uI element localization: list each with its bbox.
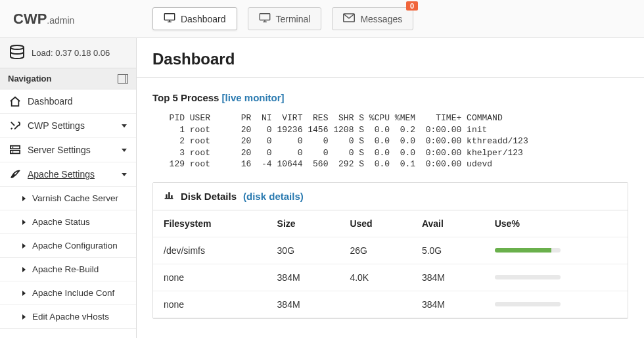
cell-size: 384M	[267, 291, 340, 318]
cell-avail: 384M	[411, 291, 484, 318]
messages-badge: 0	[406, 1, 418, 11]
svg-rect-13	[166, 194, 167, 198]
tri-icon	[22, 291, 26, 296]
svg-point-10	[12, 147, 14, 148]
navigation-header: Navigation	[0, 68, 136, 89]
table-row: /dev/simfs30G26G5.0G	[153, 237, 628, 264]
tri-icon	[22, 243, 26, 249]
server-icon	[9, 145, 21, 155]
disk-panel: Disk Details (disk details) Filesystem S…	[152, 182, 628, 319]
sidebar: Load: 0.37 0.18 0.06 Navigation Dashboar…	[0, 38, 137, 338]
col-used: Used	[339, 210, 411, 237]
live-monitor-link[interactable]: [live monitor]	[222, 92, 285, 103]
collapse-icon[interactable]	[118, 74, 128, 84]
envelope-icon	[343, 13, 355, 24]
cell-size: 30G	[267, 237, 340, 264]
cell-use	[484, 264, 628, 291]
tab-dashboard-label: Dashboard	[181, 14, 226, 24]
tab-messages[interactable]: Messages 0	[332, 7, 413, 30]
logo-sub: .admin	[47, 15, 74, 26]
home-icon	[9, 96, 21, 107]
monitor-icon	[164, 13, 175, 24]
tab-terminal-label: Terminal	[276, 14, 311, 24]
svg-rect-14	[168, 192, 170, 199]
tri-icon	[22, 196, 26, 201]
subnav-apache-rebuild[interactable]: Apache Re-Build	[0, 258, 136, 281]
subnav-varnish[interactable]: Varnish Cache Server	[0, 187, 136, 210]
cell-size: 384M	[267, 264, 340, 291]
load-box: Load: 0.37 0.18 0.06	[0, 38, 136, 68]
svg-rect-0	[164, 14, 174, 20]
cell-use	[484, 291, 628, 318]
subnav-apache-include[interactable]: Apache Include Conf	[0, 281, 136, 304]
monitor-icon	[259, 13, 271, 24]
disk-details-link[interactable]: (disk details)	[243, 191, 304, 202]
nav-server-settings[interactable]: Server Settings	[0, 138, 136, 162]
cell-fs: none	[153, 264, 267, 291]
process-list: PID USER PR NI VIRT RES SHR S %CPU %MEM …	[152, 109, 628, 182]
nav-list: Dashboard CWP Settings Server Settings	[0, 89, 136, 329]
cell-use	[484, 237, 628, 264]
cell-used	[339, 291, 411, 318]
nav-apache-settings[interactable]: Apache Settings	[0, 162, 136, 186]
header-bar: CWP.admin Dashboard Terminal Messages 0	[0, 0, 644, 38]
subnav-apache-vhosts[interactable]: Edit Apache vHosts	[0, 305, 136, 328]
chart-icon	[164, 191, 174, 202]
tri-icon	[22, 314, 26, 320]
caret-down-icon	[122, 149, 127, 152]
svg-rect-9	[11, 151, 20, 153]
tools-icon	[9, 120, 21, 131]
cell-avail: 5.0G	[411, 237, 484, 264]
cell-used: 4.0K	[339, 264, 411, 291]
nav-dashboard[interactable]: Dashboard	[0, 89, 136, 113]
cell-avail: 384M	[411, 264, 484, 291]
logo-main: CWP	[13, 11, 47, 27]
tri-icon	[22, 220, 26, 225]
header-tabs: Dashboard Terminal Messages 0	[137, 7, 413, 30]
caret-down-icon	[122, 124, 127, 128]
col-size: Size	[267, 210, 340, 237]
logo: CWP.admin	[0, 11, 137, 28]
svg-point-7	[11, 45, 24, 49]
feather-icon	[9, 169, 21, 180]
tab-terminal[interactable]: Terminal	[248, 7, 322, 30]
database-icon	[9, 45, 25, 61]
main-content: Dashboard Top 5 Process [live monitor] P…	[137, 38, 644, 338]
tab-messages-label: Messages	[360, 14, 402, 24]
caret-down-icon	[122, 173, 127, 176]
cell-fs: /dev/simfs	[153, 237, 267, 264]
load-text: Load: 0.37 0.18 0.06	[32, 48, 110, 58]
svg-rect-15	[171, 195, 172, 199]
svg-rect-8	[11, 146, 20, 149]
nav-cwp-settings[interactable]: CWP Settings	[0, 114, 136, 137]
col-avail: Avail	[411, 210, 484, 237]
navigation-label: Navigation	[8, 74, 51, 84]
subnav-apache-config[interactable]: Apache Configuration	[0, 234, 136, 257]
tab-dashboard[interactable]: Dashboard	[152, 7, 237, 30]
disk-table: Filesystem Size Used Avail Use% /dev/sim…	[153, 210, 628, 318]
top5-title: Top 5 Process [live monitor]	[152, 92, 628, 103]
cell-fs: none	[153, 291, 267, 318]
col-filesystem: Filesystem	[153, 210, 267, 237]
page-title: Dashboard	[152, 50, 628, 78]
subnav-apache-status[interactable]: Apache Status	[0, 210, 136, 233]
table-row: none384M384M	[153, 291, 628, 318]
tri-icon	[22, 267, 26, 272]
svg-rect-3	[260, 14, 269, 20]
table-row: none384M4.0K384M	[153, 264, 628, 291]
col-use: Use%	[484, 210, 628, 237]
svg-point-11	[12, 151, 14, 153]
disk-panel-header: Disk Details (disk details)	[153, 183, 628, 210]
cell-used: 26G	[339, 237, 411, 264]
